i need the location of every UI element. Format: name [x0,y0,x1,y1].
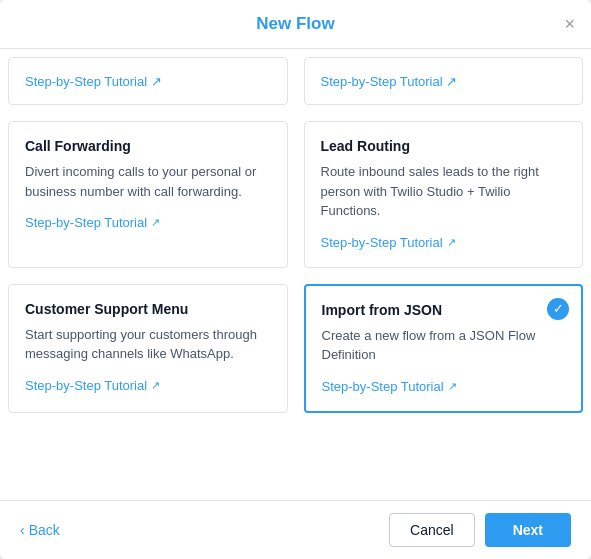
modal-title: New Flow [256,14,334,34]
cards-grid: Call Forwarding Divert incoming calls to… [0,113,591,421]
card-import-json[interactable]: ✓ Import from JSON Create a new flow fro… [304,284,584,413]
card-call-forwarding[interactable]: Call Forwarding Divert incoming calls to… [8,121,288,268]
card-call-forwarding-title: Call Forwarding [25,138,271,154]
card-import-json-tutorial[interactable]: Step-by-Step Tutorial ↗ [322,379,457,394]
card-import-json-title: Import from JSON [322,302,566,318]
card-customer-support-title: Customer Support Menu [25,301,271,317]
card-lead-routing[interactable]: Lead Routing Route inbound sales leads t… [304,121,584,268]
card-import-json-description: Create a new flow from a JSON Flow Defin… [322,326,566,365]
card-lead-routing-title: Lead Routing [321,138,567,154]
card-lead-routing-tutorial[interactable]: Step-by-Step Tutorial ↗ [321,235,456,250]
card-call-forwarding-description: Divert incoming calls to your personal o… [25,162,271,201]
cancel-button[interactable]: Cancel [389,513,475,547]
card-customer-support[interactable]: Customer Support Menu Start supporting y… [8,284,288,413]
top-tutorial-row: Step-by-Step Tutorial ↗ Step-by-Step Tut… [0,49,591,113]
tutorial-link-2[interactable]: Step-by-Step Tutorial ↗ [321,74,458,89]
next-button[interactable]: Next [485,513,571,547]
modal-footer: ‹ Back Cancel Next [0,500,591,559]
new-flow-modal: New Flow × Step-by-Step Tutorial ↗ Step-… [0,0,591,559]
selected-check-icon: ✓ [547,298,569,320]
card-customer-support-tutorial[interactable]: Step-by-Step Tutorial ↗ [25,378,160,393]
tutorial-link-1[interactable]: Step-by-Step Tutorial ↗ [25,74,162,89]
tutorial-arrow-icon: ↗ [447,236,456,249]
footer-actions: Cancel Next [389,513,571,547]
tutorial-arrow-icon: ↗ [448,380,457,393]
tutorial-card-1[interactable]: Step-by-Step Tutorial ↗ [8,57,288,105]
back-chevron-icon: ‹ [20,522,25,538]
card-lead-routing-description: Route inbound sales leads to the right p… [321,162,567,221]
tutorial-card-2[interactable]: Step-by-Step Tutorial ↗ [304,57,584,105]
tutorial-arrow-icon: ↗ [151,216,160,229]
modal-header: New Flow × [0,0,591,49]
card-customer-support-description: Start supporting your customers through … [25,325,271,364]
back-button[interactable]: ‹ Back [20,522,60,538]
close-button[interactable]: × [564,15,575,33]
card-call-forwarding-tutorial[interactable]: Step-by-Step Tutorial ↗ [25,215,160,230]
tutorial-arrow-icon: ↗ [151,379,160,392]
modal-body: Step-by-Step Tutorial ↗ Step-by-Step Tut… [0,49,591,500]
